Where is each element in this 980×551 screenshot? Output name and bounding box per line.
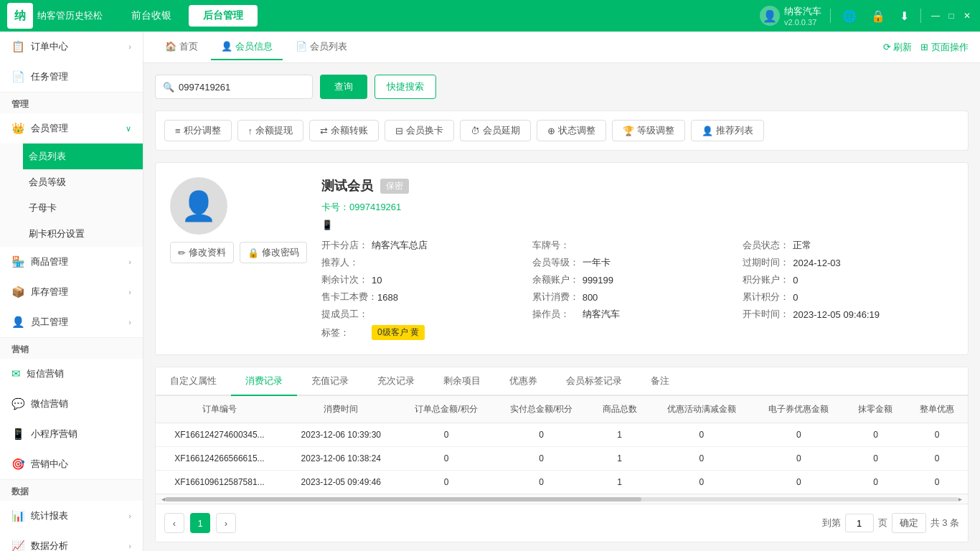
prev-page-button[interactable]: ‹ (164, 513, 184, 533)
confirm-page-button[interactable]: 确定 (892, 513, 926, 533)
task-icon: 📄 (11, 70, 25, 83)
maximize-button[interactable]: □ (946, 10, 957, 22)
nav-tab-backend[interactable]: 后台管理 (189, 5, 258, 27)
sidebar-label: 会员管理 (31, 122, 120, 135)
cell-count: 1 (589, 423, 651, 447)
horizontal-scrollbar[interactable]: ◂ ▸ (156, 494, 968, 504)
table-row[interactable]: XF166109612587581... 2023-12-05 09:49:46… (156, 471, 968, 494)
balance-transfer-button[interactable]: ⇄ 余额转账 (309, 120, 379, 141)
close-button[interactable]: ✕ (961, 10, 973, 22)
staff-icon: 👤 (11, 316, 25, 329)
page-ops-btn[interactable]: ⊞ 页面操作 (920, 41, 969, 54)
goto-label: 到第 (822, 517, 841, 529)
col-count: 商品总数 (589, 396, 651, 423)
cell-coupon: 0 (753, 423, 844, 447)
sidebar-item-swipe-points[interactable]: 刷卡积分设置 (23, 221, 143, 247)
scroll-right-icon[interactable]: ▸ (958, 495, 962, 503)
member-avatar: 👤 (170, 177, 227, 235)
sidebar-item-marketing-center[interactable]: 🎯 营销中心 (0, 449, 143, 479)
cell-total: 0 (399, 471, 494, 494)
member-info: 测试会员 保密 卡号：0997419261 📱 开卡分店： (321, 177, 953, 340)
arrow-icon: ∨ (126, 124, 131, 133)
member-extend-button[interactable]: ⏱ 会员延期 (460, 120, 531, 141)
points-adjust-button[interactable]: ≡ 积分调整 (164, 120, 232, 141)
main-layout: 📋 订单中心 › 📄 任务管理 管理 👑 会员管理 ∨ 会员列表 会员等级 子母… (0, 32, 980, 551)
tab-home[interactable]: 🏠 首页 (155, 34, 208, 60)
wechat-icon: 💬 (11, 397, 25, 410)
arrow-icon: › (128, 542, 131, 550)
order-icon: 📋 (11, 40, 25, 53)
globe-icon[interactable]: 🌐 (839, 6, 859, 26)
tab-member-tag-record[interactable]: 会员标签记录 (552, 367, 636, 396)
download-icon[interactable]: ⬇ (897, 6, 912, 26)
tab-member-list-label: 会员列表 (310, 40, 347, 53)
lock-icon[interactable]: 🔒 (868, 6, 888, 26)
sidebar-label: 刷卡积分设置 (29, 227, 131, 240)
next-page-button[interactable]: › (216, 513, 236, 533)
arrow-icon: › (128, 288, 131, 296)
tab-recharge-record[interactable]: 充值记录 (297, 367, 363, 396)
stats-icon: 📊 (11, 509, 25, 522)
scroll-track[interactable] (165, 497, 958, 501)
status-adjust-button[interactable]: ⊕ 状态调整 (537, 120, 606, 141)
cell-actual: 0 (494, 423, 588, 447)
level-adjust-button[interactable]: 🏆 等级调整 (612, 120, 685, 141)
minimize-button[interactable]: — (930, 10, 941, 22)
edit-password-button[interactable]: 🔒 修改密码 (240, 242, 307, 263)
scroll-thumb[interactable] (165, 497, 641, 501)
user-name-block: 纳客汽车 v2.0.0.37 (784, 5, 821, 27)
cell-round-off: 0 (845, 423, 907, 447)
search-input[interactable] (179, 82, 305, 93)
sidebar-label: 库存管理 (31, 286, 123, 298)
table-row[interactable]: XF166124274600345... 2023-12-06 10:39:30… (156, 423, 968, 447)
page-number-input[interactable] (845, 514, 874, 532)
quick-search-button[interactable]: 快捷搜索 (374, 75, 436, 99)
arrow-icon: › (128, 258, 131, 266)
refresh-btn[interactable]: ⟳ 刷新 (883, 41, 913, 54)
sidebar-item-member-list[interactable]: 会员列表 (23, 143, 143, 169)
sidebar-item-inventory[interactable]: 📦 库存管理 › (0, 277, 143, 307)
sidebar-item-miniapp[interactable]: 📱 小程序营销 (0, 419, 143, 449)
referral-list-button[interactable]: 👤 推荐列表 (691, 120, 764, 141)
sidebar-item-stats[interactable]: 📊 统计报表 › (0, 501, 143, 531)
table-row[interactable]: XF166124266566615... 2023-12-06 10:38:24… (156, 447, 968, 471)
sidebar-item-data-analysis[interactable]: 📈 数据分析 › (0, 531, 143, 551)
user-name: 纳客汽车 (784, 5, 821, 18)
tab-times-record[interactable]: 充次记录 (363, 367, 429, 396)
lock-icon: 🔒 (248, 248, 259, 258)
tab-remarks[interactable]: 备注 (636, 367, 684, 396)
card-swap-button[interactable]: ⊟ 会员换卡 (385, 120, 454, 141)
sidebar-item-member-level[interactable]: 会员等级 (23, 169, 143, 195)
sidebar-item-wechat[interactable]: 💬 微信营销 (0, 389, 143, 419)
sidebar-label: 任务管理 (31, 70, 131, 83)
member-phone-icon: 📱 (321, 220, 953, 230)
sidebar-item-parent-child-card[interactable]: 子母卡 (23, 195, 143, 221)
sidebar-item-task-mgmt[interactable]: 📄 任务管理 (0, 62, 143, 92)
sidebar-label: 员工管理 (31, 316, 123, 329)
nav-tab-frontend[interactable]: 前台收银 (117, 5, 186, 27)
list-icon: 📄 (296, 41, 307, 52)
current-page[interactable]: 1 (190, 513, 210, 533)
sidebar-item-sms[interactable]: ✉ 短信营销 (0, 359, 143, 389)
edit-profile-button[interactable]: ✏ 修改资料 (170, 242, 234, 263)
sidebar-item-staff[interactable]: 👤 员工管理 › (0, 307, 143, 337)
query-button[interactable]: 查询 (320, 75, 367, 99)
member-card: 👤 ✏ 修改资料 🔒 修改密码 测试会员 (155, 162, 969, 355)
total-label: 共 3 条 (930, 517, 959, 529)
tab-member-info[interactable]: 👤 会员信息 (211, 34, 283, 60)
tab-consume-record[interactable]: 消费记录 (231, 367, 297, 396)
tab-remaining-items[interactable]: 剩余项目 (429, 367, 495, 396)
col-round-off: 抹零金额 (845, 396, 907, 423)
sidebar-item-order-center[interactable]: 📋 订单中心 › (0, 32, 143, 62)
user-info: 👤 纳客汽车 v2.0.0.37 (760, 5, 821, 27)
tab-custom-attr[interactable]: 自定义属性 (156, 367, 231, 396)
sidebar-item-member-mgmt[interactable]: 👑 会员管理 ∨ (0, 113, 143, 143)
sidebar-label: 短信营销 (27, 367, 131, 380)
withdraw-icon: ↑ (248, 126, 253, 136)
member-action-buttons: ✏ 修改资料 🔒 修改密码 (170, 242, 307, 263)
balance-withdraw-button[interactable]: ↑ 余额提现 (237, 120, 304, 141)
tab-coupons[interactable]: 优惠券 (495, 367, 552, 396)
tab-member-list[interactable]: 📄 会员列表 (286, 34, 357, 60)
cell-discount: 0 (650, 447, 753, 471)
sidebar-item-product-mgmt[interactable]: 🏪 商品管理 › (0, 247, 143, 277)
